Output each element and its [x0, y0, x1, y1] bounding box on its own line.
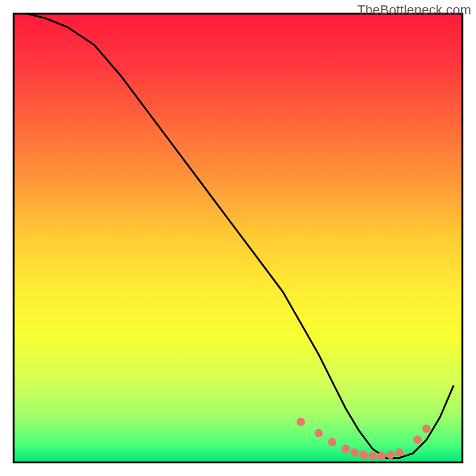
trough-dot [350, 448, 359, 456]
watermark-text: TheBottleneck.com [357, 2, 471, 18]
trough-dot [368, 452, 377, 460]
trough-dot [315, 429, 323, 437]
bottleneck-chart [0, 0, 476, 476]
gradient-background [14, 14, 462, 462]
chart-frame: TheBottleneck.com [0, 0, 476, 476]
trough-dot [377, 452, 386, 460]
trough-dot [395, 448, 403, 456]
trough-dot [414, 436, 422, 444]
trough-dot [422, 425, 431, 433]
trough-dot [297, 418, 305, 426]
trough-dot [328, 438, 336, 446]
trough-dot [342, 444, 350, 453]
trough-dot [359, 450, 368, 459]
trough-dot [386, 450, 394, 459]
